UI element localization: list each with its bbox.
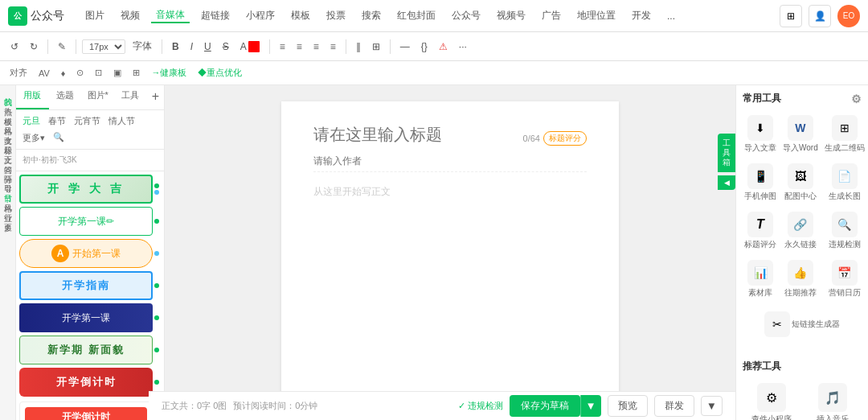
nav-hyperlink[interactable]: 超链接 (196, 9, 235, 23)
nav-search[interactable]: 搜索 (357, 9, 386, 23)
side-dot[interactable] (154, 283, 159, 288)
tool-permalink[interactable]: 🔗 永久链接 (781, 208, 820, 253)
vert-nav-industry[interactable]: 行业 (1, 204, 15, 211)
template-kaixue-circle[interactable]: A 开始第一课 (19, 239, 153, 268)
tool-recommend[interactable]: 👍 往期推荐 (781, 257, 820, 302)
align-sub-btn[interactable]: 对齐 (6, 65, 31, 80)
nav-image[interactable]: 图片 (80, 9, 109, 23)
vert-nav-qa[interactable]: 问答 (1, 156, 15, 163)
vert-nav-header[interactable]: 标题 (1, 137, 15, 143)
font-color-btn[interactable]: A (236, 39, 264, 54)
square-sub-btn[interactable]: ⊡ (92, 66, 105, 80)
nav-template[interactable]: 模板 (286, 9, 315, 23)
av-sub-btn[interactable]: AV (35, 67, 53, 80)
tool-calendar[interactable]: 📅 营销日历 (823, 257, 866, 302)
align-left-btn[interactable]: ≡ (276, 39, 289, 54)
list-item[interactable]: 开学倒计时 (19, 368, 161, 397)
vert-nav-style[interactable]: 风格 (1, 117, 15, 124)
warn-btn[interactable]: ⚠ (435, 39, 452, 54)
nav-vidnum[interactable]: 视频号 (492, 9, 530, 23)
nav-yuandan[interactable]: 元旦 (19, 113, 43, 129)
grid-sub-btn[interactable]: ▣ (110, 66, 125, 80)
side-dot[interactable] (154, 251, 159, 256)
nav-more[interactable]: ... (662, 10, 680, 22)
template-countdown-title[interactable]: 开学倒计时 (19, 368, 153, 397)
more-tb-btn[interactable]: ··· (455, 39, 471, 54)
nav-oa[interactable]: 公众号 (447, 9, 485, 23)
template-kaixue-daji[interactable]: 开 学 大 吉 (19, 175, 153, 204)
publish-btn[interactable]: 群发 (654, 395, 694, 417)
tool-phone-img[interactable]: 📱 手机伸图 (743, 160, 778, 205)
tab-add[interactable]: + (147, 85, 164, 109)
side-dot[interactable] (154, 219, 159, 224)
side-dot[interactable] (154, 190, 159, 195)
list-item[interactable]: A 开始第一课 (19, 239, 161, 268)
nav-miniapp[interactable]: 小程序 (241, 9, 280, 23)
tool-img-center[interactable]: 🖼 配图中心 (781, 160, 820, 205)
save-arrow-btn[interactable]: ▼ (580, 395, 601, 417)
nav-redpacket[interactable]: 红包封面 (392, 9, 440, 23)
undo-btn[interactable]: ↺ (6, 39, 23, 54)
nav-qingren[interactable]: 情人节 (105, 113, 138, 129)
side-dot[interactable] (154, 380, 159, 385)
optimize-btn[interactable]: ◆重点优化 (194, 65, 245, 80)
vert-nav-draft[interactable]: 我的 (1, 89, 15, 95)
vert-nav-holiday[interactable]: 节日 (1, 185, 15, 191)
save-draft-btn[interactable]: 保存为草稿 (510, 395, 580, 417)
vert-nav-lead[interactable]: 引导 (1, 175, 15, 182)
list-item[interactable]: 开学指南 (19, 271, 161, 300)
paren-btn[interactable]: {} (417, 39, 432, 54)
italic-btn[interactable]: I (186, 39, 197, 54)
title-input[interactable] (313, 126, 517, 144)
template-kaixue-zhiwan[interactable]: 开学指南 (19, 271, 153, 300)
nav-audio[interactable]: 音媒体 (151, 8, 190, 23)
tool-library[interactable]: 📊 素材库 (743, 257, 778, 302)
editor-body[interactable]: 从这里开始写正文 (313, 179, 587, 199)
list-item[interactable]: 开学第一课✏ (19, 207, 161, 236)
health-btn[interactable]: →健康板 (148, 65, 190, 80)
nav-video[interactable]: 视频 (116, 9, 145, 23)
nav-gengduo[interactable]: 更多▾ (19, 130, 48, 146)
redo-btn[interactable]: ↻ (26, 39, 42, 54)
tab-xuanti[interactable]: 选题 (49, 85, 82, 109)
vert-nav-style2[interactable]: 风格 (1, 195, 15, 201)
user-btn[interactable]: 👤 (809, 5, 831, 27)
tool-import-word[interactable]: W 导入Word (781, 112, 820, 157)
avatar[interactable]: EO (837, 5, 860, 27)
font-size-select[interactable]: 17px14px16px18px (82, 39, 125, 54)
gear-icon[interactable]: ⚙ (851, 93, 862, 105)
nav-chunjie[interactable]: 春节 (45, 113, 69, 129)
line-height-btn[interactable]: ‖ (352, 39, 365, 54)
tool-short-link[interactable]: ✂ 短链接生成器 (743, 308, 862, 340)
vert-nav-template[interactable]: 模板 (1, 108, 15, 114)
nav-vote[interactable]: 投票 (321, 9, 350, 23)
dash-btn[interactable]: — (396, 39, 414, 54)
counter-badge[interactable]: 标题评分 (543, 131, 587, 146)
side-dot[interactable] (154, 348, 159, 352)
underline-btn[interactable]: U (200, 39, 215, 54)
vert-nav-body[interactable]: 正文 (1, 146, 15, 153)
tab-tool[interactable]: 工具 (114, 85, 147, 109)
circle-sub-btn[interactable]: ⊙ (73, 66, 87, 80)
list-item[interactable]: 开 学 大 吉 (19, 175, 161, 204)
tool-generate-qr[interactable]: ⊞ 生成二维码 (823, 112, 866, 157)
template-xinxueqi[interactable]: 新学期 新面貌 (19, 336, 153, 364)
nav-yuanxiao[interactable]: 元宵节 (71, 113, 104, 129)
toolbox-btn[interactable]: 工具箱 (718, 134, 735, 172)
tool-title-score[interactable]: T 标题评分 (743, 208, 778, 253)
list-item[interactable]: 新学期 新面貌 (19, 336, 161, 364)
justify-btn[interactable]: ≡ (326, 39, 340, 54)
list-item[interactable]: 开学第一课 (19, 303, 161, 332)
list-item[interactable]: 开学倒计时 仅 3 天 (19, 400, 161, 420)
nav-location[interactable]: 地理位置 (572, 9, 620, 23)
side-dot[interactable] (154, 183, 159, 188)
tab-image[interactable]: 图片* (81, 85, 114, 109)
font-family-btn[interactable]: 字体 (129, 38, 156, 55)
indent-btn[interactable]: ⊞ (368, 39, 384, 54)
toolbox-arrow[interactable]: ◀ (718, 175, 735, 190)
tab-yongban[interactable]: 用版 (16, 85, 49, 109)
preview-btn[interactable]: 预览 (608, 395, 648, 417)
diamond-sub-btn[interactable]: ♦ (58, 67, 69, 80)
screen-btn[interactable]: ⊞ (780, 5, 802, 27)
align-right-btn[interactable]: ≡ (309, 39, 323, 54)
